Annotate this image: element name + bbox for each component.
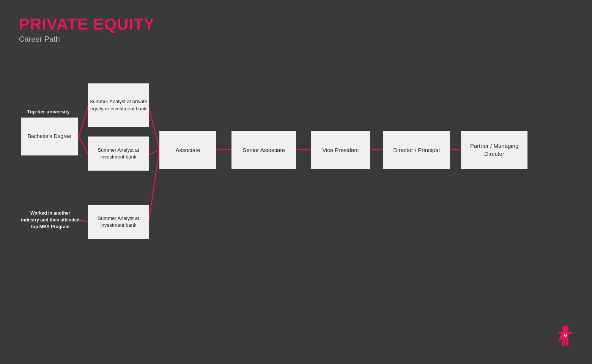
svg-rect-14 <box>568 332 572 334</box>
page-header: PRIVATE EQUITY Career Path <box>19 15 155 44</box>
summer-analyst-3-node: Summer Analyst at investment bank <box>88 205 149 239</box>
senior-associate-node: Senior Associate <box>231 131 296 169</box>
summer-analyst-2-node: Summer Analyst at investment bank <box>88 136 149 171</box>
svg-line-2 <box>149 106 159 150</box>
partner-node: Partner / Managing Director <box>461 131 527 169</box>
svg-rect-15 <box>562 339 565 346</box>
svg-line-0 <box>79 106 88 136</box>
page-title: PRIVATE EQUITY <box>19 15 155 33</box>
svg-line-3 <box>149 150 159 155</box>
svg-rect-16 <box>566 339 568 346</box>
page-subtitle: Career Path <box>19 35 155 44</box>
svg-rect-13 <box>559 332 562 334</box>
logo: G <box>554 325 577 353</box>
svg-line-5 <box>79 220 88 222</box>
diagram-area: Top-tier university Bachelor's Degree Su… <box>0 61 592 326</box>
svg-text:G: G <box>564 333 567 337</box>
svg-point-10 <box>562 325 568 331</box>
bachelors-node: Bachelor's Degree <box>21 118 78 155</box>
mba-label-node: Worked in another industry and then atte… <box>21 197 80 243</box>
svg-line-4 <box>149 150 159 222</box>
associate-node: Associate <box>159 131 216 169</box>
svg-line-1 <box>79 136 88 155</box>
vice-president-node: Vice President <box>311 131 370 169</box>
summer-analyst-1-node: Summer Analyst at private equity or inve… <box>88 83 149 127</box>
director-node: Director / Principal <box>383 131 450 169</box>
logo-icon: G <box>554 325 577 351</box>
top-tier-label: Top-tier university <box>21 106 76 118</box>
